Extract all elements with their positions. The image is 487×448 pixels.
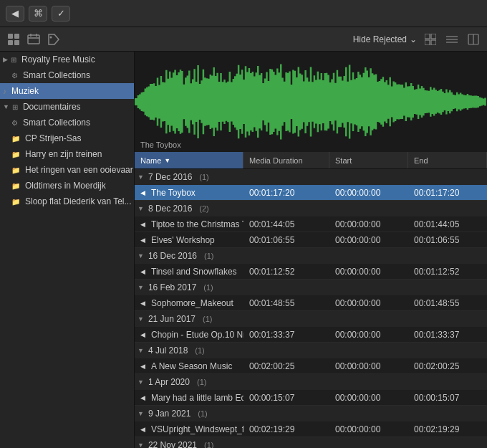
cell-duration: 00:02:19:29 — [244, 421, 329, 437]
table-row[interactable]: ◀ Tiptoe to the Christmas Tree 00:01:44:… — [135, 216, 487, 232]
audio-icon: ◀ — [140, 300, 145, 307]
view-list-icon[interactable] — [423, 32, 438, 47]
sidebar-item-label: Royalty Free Music — [21, 54, 95, 65]
audio-icon: ◀ — [140, 189, 145, 196]
key-icon: ⌘ — [34, 8, 43, 19]
key-button[interactable]: ⌘ — [29, 6, 47, 22]
svg-rect-10 — [431, 34, 436, 39]
table-row[interactable]: ◀ Tinsel and Snowflakes 00:01:12:52 00:0… — [135, 264, 487, 280]
col-header-start[interactable]: Start — [329, 152, 408, 168]
col-header-duration[interactable]: Media Duration — [244, 152, 329, 168]
table-header: Name ▼ Media Duration Start End — [135, 152, 487, 169]
cell-duration: 00:01:06:55 — [244, 232, 329, 247]
sidebar-item-ringen[interactable]: 📁Het ringen van een ooievaar — [0, 162, 134, 178]
group-count-label: (1) — [204, 441, 213, 448]
group-count-label: (1) — [203, 283, 213, 292]
cell-duration: 00:01:44:05 — [244, 216, 329, 232]
toolbar-2: Hide Rejected ⌄ — [0, 27, 487, 52]
sidebar-item-muziek[interactable]: ♪Muziek — [0, 83, 134, 99]
group-row[interactable]: ▼ 16 Dec 2016 (1) — [135, 248, 487, 264]
sidebar-item-smart1[interactable]: ⚙Smart Collections — [0, 67, 134, 83]
waveform-svg — [135, 52, 487, 152]
group-count-label: (1) — [199, 173, 208, 181]
table-row[interactable]: ◀ Elves' Workshop 00:01:06:55 00:00:00:0… — [135, 232, 487, 248]
sidebar-item-harry[interactable]: 📁Harry en zijn treinen — [0, 146, 134, 162]
waveform-label: The Toybox — [140, 140, 181, 149]
cell-end: 00:01:33:37 — [408, 327, 487, 342]
group-row[interactable]: ▼ 21 Jun 2017 (1) — [135, 311, 487, 327]
group-row[interactable]: ▼ 16 Feb 2017 (1) — [135, 280, 487, 295]
table-row[interactable]: ◀ A New Season Music 00:02:00:25 00:00:0… — [135, 358, 487, 374]
table-row[interactable]: ◀ Sophomore_Makeout 00:01:48:55 00:00:00… — [135, 295, 487, 311]
group-row[interactable]: ▼ 4 Jul 2018 (1) — [135, 343, 487, 358]
table-row[interactable]: ◀ The Toybox 00:01:17:20 00:00:00:00 00:… — [135, 185, 487, 201]
inspector-icon[interactable] — [466, 32, 481, 47]
group-date-label: 8 Dec 2016 — [148, 204, 192, 214]
sidebar-item-label: Sloop flat Diederik van Tel... — [25, 196, 132, 206]
sidebar-item-royalty[interactable]: ▶⊞Royalty Free Music — [0, 52, 134, 67]
cell-name: ◀ Tiptoe to the Christmas Tree — [135, 216, 244, 232]
sidebar-item-label: Smart Collections — [23, 118, 90, 128]
sidebar-item-label: Harry en zijn treinen — [25, 149, 102, 159]
group-row[interactable]: ▼ 1 Apr 2020 (1) — [135, 374, 487, 390]
svg-rect-1 — [14, 34, 19, 39]
cell-name: ◀ Sophomore_Makeout — [135, 295, 244, 310]
group-date-label: 21 Jun 2017 — [148, 314, 196, 324]
table-container[interactable]: Name ▼ Media Duration Start End ▼ 7 Dec … — [135, 152, 487, 448]
col-header-name[interactable]: Name ▼ — [135, 152, 244, 168]
gear-icon: ⚙ — [11, 72, 18, 80]
arrow-icon: ▼ — [3, 103, 9, 110]
group-row[interactable]: ▼ 7 Dec 2016 (1) — [135, 169, 487, 185]
sidebar: ▶⊞Royalty Free Music⚙Smart Collections♪M… — [0, 52, 135, 448]
folder-icon: 📁 — [11, 198, 20, 206]
cell-name: ◀ Chopin - Etude Op.10 Nr.5 (blac... — [135, 327, 244, 342]
group-arrow-icon: ▼ — [138, 442, 144, 448]
check-button[interactable]: ✓ — [52, 6, 70, 22]
audio-icon: ◀ — [140, 394, 145, 401]
hide-rejected-button[interactable]: Hide Rejected ⌄ — [353, 34, 417, 44]
cell-end: 00:02:19:29 — [408, 421, 487, 437]
library-icon[interactable] — [6, 32, 21, 47]
gear-icon: ⚙ — [11, 119, 18, 127]
group-arrow-icon: ▼ — [138, 173, 144, 181]
back-button[interactable]: ◀ — [6, 6, 24, 22]
hide-rejected-label: Hide Rejected — [353, 34, 407, 44]
cell-duration: 00:01:48:55 — [244, 295, 329, 310]
audio-icon: ◀ — [140, 363, 145, 370]
folder-icon: 📁 — [11, 151, 20, 158]
cell-start: 00:00:00:00 — [329, 185, 408, 200]
sidebar-item-smart2[interactable]: ⚙Smart Collections — [0, 115, 134, 130]
arrow-icon: ▶ — [3, 56, 8, 63]
group-arrow-icon: ▼ — [138, 410, 144, 417]
sidebar-item-label: Documentaires — [23, 102, 81, 112]
group-row[interactable]: ▼ 22 Nov 2021 (1) — [135, 437, 487, 448]
group-row[interactable]: ▼ 8 Dec 2016 (2) — [135, 201, 487, 216]
sidebar-item-cp[interactable]: 📁CP Strijen-Sas — [0, 130, 134, 146]
audio-icon: ◀ — [140, 268, 145, 275]
group-date-label: 7 Dec 2016 — [148, 172, 192, 182]
cell-end: 00:01:44:05 — [408, 216, 487, 232]
group-date-label: 16 Feb 2017 — [148, 282, 196, 292]
col-header-end[interactable]: End — [408, 152, 487, 168]
table-row[interactable]: ◀ VSUpright_Windswept_fin 00:02:19:29 00… — [135, 421, 487, 437]
group-arrow-icon: ▼ — [138, 252, 144, 259]
group-count-label: (2) — [199, 204, 208, 213]
cell-duration: 00:02:00:25 — [244, 358, 329, 373]
audio-icon: ◀ — [140, 221, 145, 228]
view-grid-icon[interactable] — [444, 32, 460, 47]
svg-rect-12 — [431, 40, 436, 45]
sidebar-item-sloop[interactable]: 📁Sloop flat Diederik van Tel... — [0, 194, 134, 209]
table-row[interactable]: ◀ Chopin - Etude Op.10 Nr.5 (blac... 00:… — [135, 327, 487, 343]
svg-rect-0 — [8, 34, 13, 39]
sidebar-item-documentaires[interactable]: ▼⊞Documentaires — [0, 99, 134, 115]
folder-icon: 📁 — [11, 182, 20, 190]
tag-icon[interactable] — [46, 32, 62, 47]
waveform-container[interactable]: The Toybox — [135, 52, 487, 152]
sidebar-item-label: Oldtimers in Moerdijk — [25, 181, 106, 191]
event-icon[interactable] — [26, 32, 42, 47]
music-folder-icon: ♪ — [3, 87, 6, 95]
group-row[interactable]: ▼ 9 Jan 2021 (1) — [135, 406, 487, 421]
sidebar-item-oldtimers[interactable]: 📁Oldtimers in Moerdijk — [0, 178, 134, 194]
table-row[interactable]: ◀ Mary had a little lamb Edison n... 00:… — [135, 390, 487, 406]
group-count-label: (1) — [204, 252, 213, 260]
